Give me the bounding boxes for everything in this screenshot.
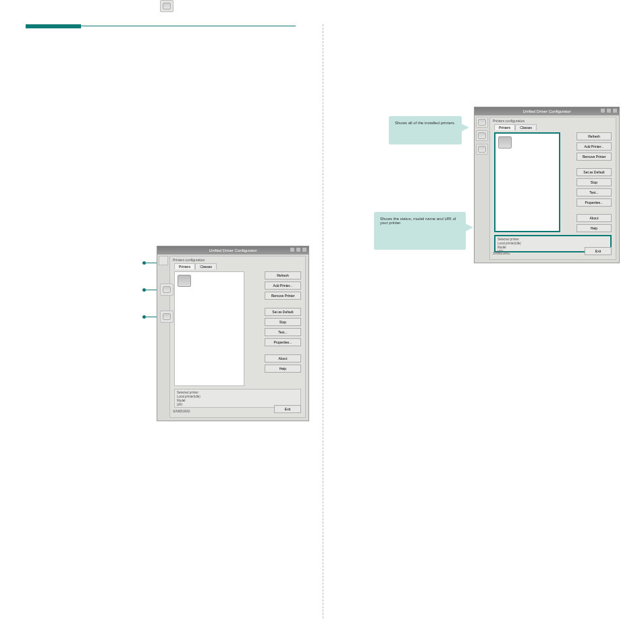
about-button[interactable]: About bbox=[576, 214, 612, 222]
minimize-icon[interactable] bbox=[600, 108, 606, 113]
switch-printers-icon[interactable] bbox=[160, 0, 173, 12]
properties-button[interactable]: Properties... bbox=[265, 338, 301, 346]
module-switch-column bbox=[160, 284, 173, 296]
callout-tail bbox=[461, 124, 469, 132]
exit-button[interactable]: Exit bbox=[274, 405, 301, 413]
tabs: Printers Classes bbox=[494, 124, 616, 130]
add-printer-button[interactable]: Add Printer... bbox=[576, 142, 612, 151]
maximize-icon[interactable] bbox=[606, 108, 612, 113]
callout-dot bbox=[142, 261, 146, 265]
unified-driver-configurator-window: Unified Driver Configurator Printers con… bbox=[157, 246, 309, 421]
callout-text: Shows the status, model name and URI of … bbox=[380, 217, 456, 225]
section-label: Printers configuration bbox=[490, 117, 616, 123]
callout-dot bbox=[142, 288, 146, 292]
switch-printers-icon[interactable] bbox=[476, 117, 488, 128]
printer-icon[interactable] bbox=[498, 136, 512, 149]
tab-classes[interactable]: Classes bbox=[515, 124, 537, 130]
set-default-button[interactable]: Set as Default bbox=[576, 168, 612, 176]
remove-printer-button[interactable]: Remove Printer bbox=[576, 153, 612, 161]
tab-classes[interactable]: Classes bbox=[195, 263, 217, 269]
printer-icon[interactable] bbox=[178, 275, 191, 287]
module-switch-column bbox=[476, 117, 488, 155]
module-switch-column bbox=[160, 311, 173, 323]
stop-button[interactable]: Stop bbox=[265, 318, 301, 326]
help-button[interactable]: Help bbox=[576, 224, 612, 232]
unified-driver-configurator-window: Unified Driver Configurator Printers con… bbox=[474, 107, 620, 263]
minimize-icon[interactable] bbox=[290, 247, 295, 252]
refresh-button[interactable]: Refresh bbox=[265, 271, 301, 279]
window-body: Printers configuration Printers Classes … bbox=[489, 117, 616, 260]
close-icon[interactable] bbox=[302, 247, 307, 252]
window-titlebar: Unified Driver Configurator bbox=[475, 107, 619, 115]
window-title: Unified Driver Configurator bbox=[522, 109, 570, 113]
help-button[interactable]: Help bbox=[265, 365, 301, 373]
app-icon bbox=[159, 256, 168, 265]
window-controls bbox=[290, 247, 307, 252]
module-switch-column bbox=[160, 0, 173, 12]
callout-text: Shows all of the installed printers. bbox=[395, 121, 455, 125]
switch-scanners-icon[interactable] bbox=[476, 130, 488, 141]
exit-button[interactable]: Exit bbox=[585, 247, 612, 255]
printer-list[interactable] bbox=[494, 132, 560, 232]
properties-button[interactable]: Properties... bbox=[576, 198, 612, 207]
window-title: Unified Driver Configurator bbox=[209, 248, 257, 252]
window-body: Printers configuration Printers Classes … bbox=[169, 256, 306, 418]
stop-button[interactable]: Stop bbox=[576, 178, 612, 186]
callout-dot bbox=[142, 315, 146, 319]
tabs: Printers Classes bbox=[174, 263, 305, 269]
close-icon[interactable] bbox=[612, 108, 618, 113]
column-divider bbox=[323, 24, 323, 618]
about-button[interactable]: About bbox=[265, 354, 301, 363]
window-controls bbox=[600, 108, 618, 113]
switch-ports-icon[interactable] bbox=[476, 144, 488, 155]
tab-printers[interactable]: Printers bbox=[174, 263, 195, 269]
switch-ports-icon[interactable] bbox=[160, 311, 173, 323]
callout-installed-printers: Shows all of the installed printers. bbox=[389, 116, 462, 144]
test-button[interactable]: Test... bbox=[265, 328, 301, 336]
refresh-button[interactable]: Refresh bbox=[576, 132, 612, 140]
remove-printer-button[interactable]: Remove Printer bbox=[265, 292, 301, 300]
button-column: Refresh Add Printer... Remove Printer Se… bbox=[265, 271, 301, 373]
printer-list[interactable] bbox=[174, 271, 244, 386]
window-titlebar: Unified Driver Configurator bbox=[157, 246, 308, 254]
maximize-icon[interactable] bbox=[296, 247, 301, 252]
switch-scanners-icon[interactable] bbox=[160, 284, 173, 296]
set-default-button[interactable]: Set as Default bbox=[265, 308, 301, 316]
add-printer-button[interactable]: Add Printer... bbox=[265, 281, 301, 290]
section-label: Printers configuration bbox=[170, 257, 305, 262]
section-header-line bbox=[81, 26, 296, 26]
samsung-logo: SAMSUNG bbox=[173, 409, 190, 413]
samsung-logo: SAMSUNG bbox=[493, 251, 510, 255]
callout-tail bbox=[465, 223, 473, 232]
tab-printers[interactable]: Printers bbox=[494, 124, 515, 130]
test-button[interactable]: Test... bbox=[576, 188, 612, 196]
section-header-bar bbox=[26, 24, 81, 28]
button-column: Refresh Add Printer... Remove Printer Se… bbox=[576, 132, 612, 232]
callout-selected-status: Shows the status, model name and URI of … bbox=[374, 212, 466, 250]
